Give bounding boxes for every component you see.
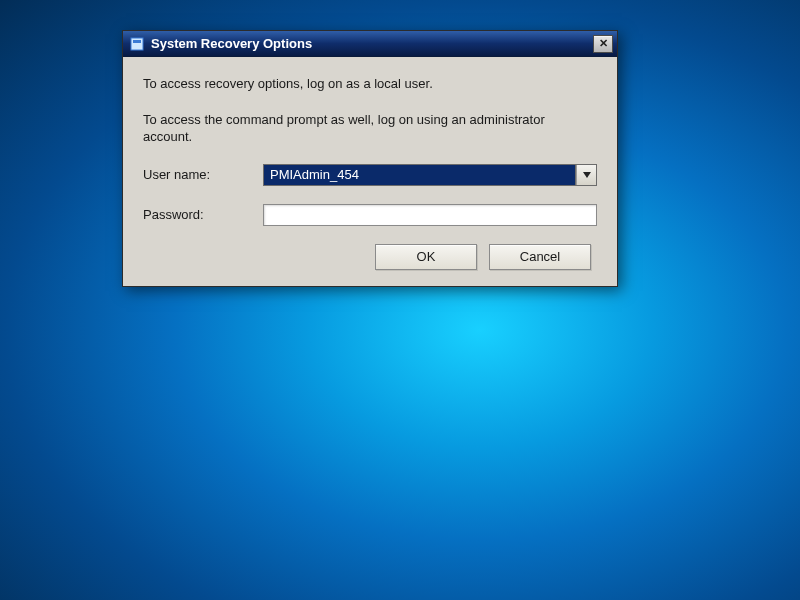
desktop-background: System Recovery Options ✕ To access reco… [0, 0, 800, 600]
ok-button[interactable]: OK [375, 244, 477, 270]
window-icon [129, 36, 145, 52]
dialog-body: To access recovery options, log on as a … [123, 57, 617, 286]
username-dropdown-button[interactable] [576, 165, 596, 185]
password-label: Password: [143, 207, 263, 222]
close-icon: ✕ [599, 37, 608, 50]
svg-rect-0 [131, 38, 143, 50]
cancel-button[interactable]: Cancel [489, 244, 591, 270]
close-button[interactable]: ✕ [593, 35, 613, 53]
password-input[interactable] [263, 204, 597, 226]
window-title: System Recovery Options [151, 36, 593, 51]
username-row: User name: PMIAdmin_454 [143, 164, 597, 186]
username-label: User name: [143, 167, 263, 182]
instruction-text-1: To access recovery options, log on as a … [143, 75, 597, 93]
chevron-down-icon [583, 172, 591, 178]
dialog-button-row: OK Cancel [143, 244, 597, 270]
system-recovery-dialog: System Recovery Options ✕ To access reco… [122, 30, 618, 287]
instruction-text-2: To access the command prompt as well, lo… [143, 111, 597, 146]
username-value[interactable]: PMIAdmin_454 [264, 165, 576, 185]
username-combobox[interactable]: PMIAdmin_454 [263, 164, 597, 186]
svg-rect-1 [133, 40, 141, 43]
titlebar[interactable]: System Recovery Options ✕ [123, 31, 617, 57]
svg-marker-2 [583, 172, 591, 178]
password-row: Password: [143, 204, 597, 226]
